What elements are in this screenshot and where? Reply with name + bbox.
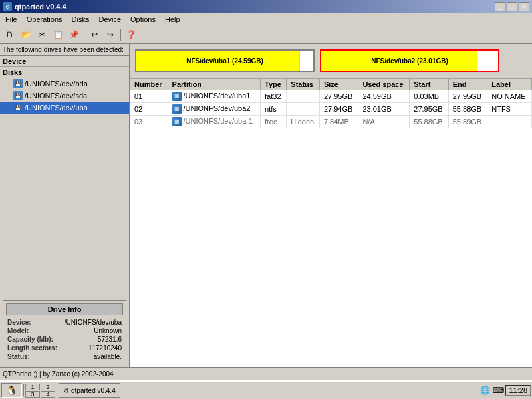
tree-item-sda[interactable]: 💾 /UNIONFS/dev/sda bbox=[0, 90, 129, 102]
taskbar: 🐧 1 2 3 4 ⚙ qtparted v0.4.4 🌐 ⌨ 11:28 bbox=[0, 380, 532, 399]
capacity-value: 57231.6 bbox=[98, 336, 122, 343]
partition-icon: ▦ bbox=[172, 104, 182, 114]
tool-redo[interactable]: ↪ bbox=[103, 27, 118, 42]
length-label: Length sectors: bbox=[7, 344, 57, 352]
toolbar: 🗋 📂 ✂ 📋 📌 ↩ ↪ ❓ bbox=[0, 25, 532, 44]
title-bar-text: qtparted v0.4.4 bbox=[15, 3, 66, 11]
tool-open[interactable]: 📂 bbox=[19, 27, 33, 42]
model-value: Unknown bbox=[94, 327, 122, 334]
taskbar-right: 🌐 ⌨ 11:28 bbox=[479, 384, 531, 396]
tree-item-uba[interactable]: 💾 /UNIONFS/dev/uba bbox=[0, 102, 129, 114]
tool-cut[interactable]: ✂ bbox=[35, 27, 49, 42]
col-end[interactable]: End bbox=[448, 79, 487, 90]
menu-file[interactable]: File bbox=[1, 15, 21, 24]
length-value: 117210240 bbox=[88, 344, 122, 352]
taskbar-app-button[interactable]: ⚙ qtparted v0.4.4 bbox=[59, 383, 120, 398]
disk-icon-sda: 💾 bbox=[13, 91, 23, 100]
drive-info-device: Device: /UNIONFS/dev/uba bbox=[6, 318, 123, 327]
disk-bar-uba2[interactable]: NFS/dev/uba2 (23.01GB) bbox=[320, 49, 499, 72]
menu-device[interactable]: Device bbox=[94, 15, 125, 24]
drive-info-header: Drive Info bbox=[6, 303, 123, 315]
menu-options[interactable]: Options bbox=[126, 15, 160, 24]
tree-label-uba: /UNIONFS/dev/uba bbox=[25, 104, 88, 112]
drive-info-panel: Drive Info Device: /UNIONFS/dev/uba Mode… bbox=[3, 300, 126, 364]
tree-container: Disks 💾 /UNIONFS/dev/hda 💾 /UNIONFS/dev/… bbox=[0, 67, 129, 297]
main-container: The following drives have been detected:… bbox=[0, 44, 532, 367]
detection-message: The following drives have been detected: bbox=[0, 44, 129, 56]
minimize-button[interactable]: _ bbox=[495, 2, 505, 11]
tool-help[interactable]: ❓ bbox=[124, 27, 138, 42]
disk-bar-uba2-label: NFS/dev/uba2 (23.01GB) bbox=[321, 57, 498, 65]
table-row[interactable]: 02▦/UNIONFS/dev/uba2ntfs27.94GB23.01GB27… bbox=[130, 103, 532, 116]
col-type[interactable]: Type bbox=[261, 79, 287, 90]
taskbar-sep2 bbox=[57, 384, 57, 396]
toolbar-separator-2 bbox=[120, 29, 121, 41]
title-bar: ⚙ qtparted v0.4.4 _ □ ✕ bbox=[0, 0, 532, 13]
table-row[interactable]: 01▦/UNIONFS/dev/uba1fat3227.95GB24.59GB0… bbox=[130, 90, 532, 103]
tree-label-hda: /UNIONFS/dev/hda bbox=[25, 80, 88, 88]
col-partition[interactable]: Partition bbox=[168, 79, 260, 90]
taskbar-app-label: qtparted v0.4.4 bbox=[71, 387, 116, 394]
menu-bar: File Operations Disks Device Options Hel… bbox=[0, 13, 532, 25]
drive-info-status: Status: available. bbox=[6, 352, 123, 361]
tool-paste[interactable]: 📌 bbox=[66, 27, 81, 42]
tree-item-hda[interactable]: 💾 /UNIONFS/dev/hda bbox=[0, 78, 129, 90]
tool-copy[interactable]: 📋 bbox=[51, 27, 65, 42]
maximize-button[interactable]: □ bbox=[507, 2, 517, 11]
partition-icon: ▦ bbox=[172, 117, 182, 126]
left-panel: The following drives have been detected:… bbox=[0, 44, 130, 367]
menu-help[interactable]: Help bbox=[161, 15, 184, 24]
status-text: QTParted ;) | by Zanac (c) 2002-2004 bbox=[3, 370, 114, 378]
col-size[interactable]: Size bbox=[319, 79, 358, 90]
page-btn-4[interactable]: 4 bbox=[41, 391, 55, 398]
tool-new[interactable]: 🗋 bbox=[3, 27, 17, 42]
taskbar-sep1 bbox=[23, 384, 24, 396]
disk-icon-uba: 💾 bbox=[13, 103, 23, 112]
close-button[interactable]: ✕ bbox=[519, 2, 529, 11]
col-used-space[interactable]: Used space bbox=[358, 79, 410, 90]
table-row[interactable]: 03▦/UNIONFS/dev/uba-1freeHidden7.84MBN/A… bbox=[130, 116, 532, 128]
col-status[interactable]: Status bbox=[287, 79, 320, 90]
tree-header: Device bbox=[0, 56, 129, 67]
right-panel: NFS/dev/uba1 (24.59GB) NFS/dev/uba2 (23.… bbox=[130, 44, 532, 367]
toolbar-separator bbox=[84, 29, 84, 41]
status-label: Status: bbox=[7, 353, 30, 360]
disk-icon-hda: 💾 bbox=[13, 79, 23, 88]
model-label: Model: bbox=[7, 327, 29, 334]
tree-label-sda: /UNIONFS/dev/sda bbox=[25, 92, 87, 100]
disk-bar-uba1-label: NFS/dev/uba1 (24.59GB) bbox=[136, 57, 313, 65]
menu-operations[interactable]: Operations bbox=[23, 15, 66, 24]
device-label: Device: bbox=[7, 319, 31, 326]
menu-disks[interactable]: Disks bbox=[68, 15, 94, 24]
status-bar: QTParted ;) | by Zanac (c) 2002-2004 bbox=[0, 367, 532, 380]
page-btn-2[interactable]: 2 bbox=[41, 384, 55, 390]
partition-icon: ▦ bbox=[172, 92, 182, 101]
page-btn-1[interactable]: 1 bbox=[25, 384, 40, 390]
col-number[interactable]: Number bbox=[130, 79, 168, 90]
capacity-label: Capacity (Mb): bbox=[7, 336, 53, 343]
disk-bars: NFS/dev/uba1 (24.59GB) NFS/dev/uba2 (23.… bbox=[130, 44, 532, 78]
app-icon: ⚙ bbox=[3, 2, 12, 11]
sys-icon-keyboard: ⌨ bbox=[492, 384, 504, 396]
disk-bar-uba1[interactable]: NFS/dev/uba1 (24.59GB) bbox=[135, 49, 315, 72]
page-btn-3[interactable]: 3 bbox=[25, 391, 40, 398]
tool-undo[interactable]: ↩ bbox=[87, 27, 102, 42]
start-button[interactable]: 🐧 bbox=[1, 383, 22, 398]
col-start[interactable]: Start bbox=[410, 79, 448, 90]
col-label[interactable]: Label bbox=[487, 79, 532, 90]
status-value: available. bbox=[94, 353, 122, 360]
drive-info-capacity: Capacity (Mb): 57231.6 bbox=[6, 335, 123, 344]
sys-icon-network: 🌐 bbox=[479, 384, 491, 396]
disks-label: Disks bbox=[0, 67, 129, 78]
drive-info-model: Model: Unknown bbox=[6, 327, 123, 335]
partition-table: Number Partition Type Status Size Used s… bbox=[130, 78, 532, 128]
device-value: /UNIONFS/dev/uba bbox=[65, 319, 122, 326]
taskbar-time: 11:28 bbox=[505, 385, 531, 396]
drive-info-length: Length sectors: 117210240 bbox=[6, 344, 123, 352]
